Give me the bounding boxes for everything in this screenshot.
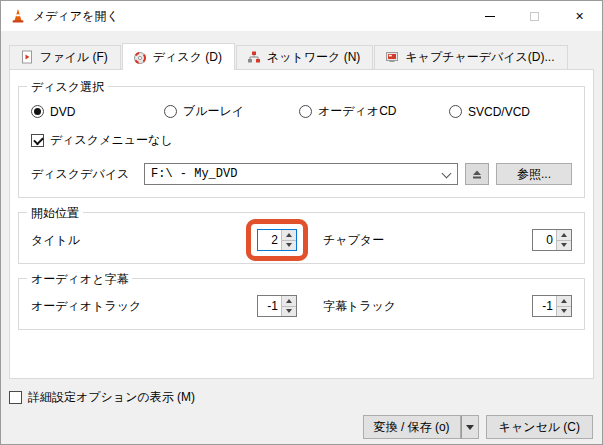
audio-subtitle-legend: オーディオと字幕 [27,271,132,288]
window-title: メディアを開く [33,8,119,25]
disc-device-value: F:\ - My_DVD [151,167,237,181]
subtitle-track-label: 字幕トラック [323,298,532,315]
tab-file-label: ファイル (F) [40,49,108,66]
audio-track-label: オーディオトラック [31,298,257,315]
radio-audio-cd-indicator [299,105,312,118]
titlebar: メディアを開く × [1,1,602,31]
maximize-button [512,1,557,31]
spin-down-button[interactable] [557,240,571,251]
tab-disc[interactable]: ディスク (D) [122,43,235,70]
radio-audio-cd-label: オーディオCD [318,103,396,120]
no-disc-menu-label: ディスクメニューなし [50,132,173,149]
audio-track-spinbox[interactable]: -1 [257,295,297,317]
radio-dvd[interactable]: DVD [31,105,164,119]
title-label: タイトル [31,232,257,249]
triangle-down-icon [286,309,292,313]
tab-network-label: ネットワーク (N) [267,49,360,66]
title-spinbox[interactable]: 2 [257,229,297,251]
browse-button[interactable]: 参照... [496,163,572,185]
disc-selection-legend: ディスク選択 [27,79,108,96]
title-spinbox-value: 2 [258,230,281,250]
disc-tab-page: ディスク選択 DVD ブルーレイ オーディオCD SVCD/VCD [9,69,594,379]
spin-down-button[interactable] [282,306,296,317]
convert-save-button[interactable]: 変換 / 保存 (o) [363,415,461,439]
close-button[interactable]: × [557,1,602,31]
audio-spin-buttons [281,296,296,316]
tab-network[interactable]: ネットワーク (N) [236,45,373,69]
tab-capture-device[interactable]: キャプチャーデバイス(D)... [374,45,567,69]
audio-subtitle-row: オーディオトラック -1 字幕トラック -1 [31,295,572,317]
cancel-button[interactable]: キャンセル (C) [486,415,593,439]
convert-save-dropdown-button[interactable] [461,415,479,439]
eject-icon [471,168,483,180]
triangle-up-icon [561,299,567,303]
vlc-cone-icon [10,8,26,24]
subtitle-spin-buttons [556,296,571,316]
advanced-options-label: 詳細設定オプションの表示 (M) [28,389,195,406]
open-media-dialog: メディアを開く × ファイル (F) [0,0,603,445]
radio-svcd-vcd[interactable]: SVCD/VCD [449,105,530,119]
subtitle-track-spinbox[interactable]: -1 [532,295,572,317]
audio-subtitle-group: オーディオと字幕 オーディオトラック -1 字幕トラック -1 [18,278,585,330]
minimize-icon [485,16,495,17]
disc-device-row: ディスクデバイス F:\ - My_DVD 参照... [31,163,572,185]
chapter-label: チャプター [323,232,532,249]
disc-type-radio-row: DVD ブルーレイ オーディオCD SVCD/VCD [31,103,572,120]
window-controls: × [467,1,602,31]
dropdown-triangle-icon [466,425,474,430]
disc-selection-group: ディスク選択 DVD ブルーレイ オーディオCD SVCD/VCD [18,86,585,198]
maximize-icon [530,12,539,21]
convert-save-split-button: 変換 / 保存 (o) [363,415,479,439]
start-position-row: タイトル 2 チャプター 0 [31,229,572,251]
radio-bluray[interactable]: ブルーレイ [164,103,299,120]
radio-svcd-vcd-label: SVCD/VCD [468,105,530,119]
radio-dvd-label: DVD [50,105,75,119]
chapter-spinbox[interactable]: 0 [532,229,572,251]
triangle-down-icon [561,243,567,247]
spin-down-button[interactable] [282,240,296,251]
spin-up-button[interactable] [557,230,571,240]
spin-up-button[interactable] [282,296,296,306]
audio-track-value: -1 [258,296,281,316]
radio-svcd-vcd-indicator [449,105,462,118]
spin-down-button[interactable] [557,306,571,317]
radio-dvd-indicator [31,105,44,118]
radio-bluray-label: ブルーレイ [183,103,244,120]
tab-disc-label: ディスク (D) [153,49,222,66]
minimize-button[interactable] [467,1,512,31]
dialog-button-row: 変換 / 保存 (o) キャンセル (C) [1,406,602,439]
checkbox-no-disc-menu-indicator [31,134,44,147]
advanced-options-checkbox-indicator [9,391,22,404]
start-position-legend: 開始位置 [27,205,83,222]
tab-file[interactable]: ファイル (F) [9,45,121,69]
triangle-down-icon [561,309,567,313]
checkbox-show-advanced-options[interactable]: 詳細設定オプションの表示 (M) [1,379,602,406]
checkbox-no-disc-menu[interactable]: ディスクメニューなし [31,132,572,149]
spin-up-button[interactable] [557,296,571,306]
disc-icon [133,51,147,65]
network-icon [247,50,261,64]
file-media-icon [20,50,34,64]
capture-device-icon [385,50,399,64]
disc-device-label: ディスクデバイス [31,166,137,183]
tab-bar: ファイル (F) ディスク (D) ネットワーク (N [1,31,602,69]
subtitle-track-value: -1 [533,296,556,316]
eject-button[interactable] [465,163,489,185]
triangle-down-icon [286,243,292,247]
triangle-up-icon [561,233,567,237]
radio-audio-cd[interactable]: オーディオCD [299,103,449,120]
triangle-up-icon [286,299,292,303]
title-spinbox-wrap: 2 [257,229,297,251]
tab-capture-label: キャプチャーデバイス(D)... [405,49,554,66]
spin-up-button[interactable] [282,230,296,240]
triangle-up-icon [286,233,292,237]
chapter-spinbox-value: 0 [533,230,556,250]
start-position-group: 開始位置 タイトル 2 チャプター 0 [18,212,585,264]
chevron-down-icon[interactable] [443,170,451,178]
radio-bluray-indicator [164,105,177,118]
title-spin-buttons [281,230,296,250]
disc-device-combobox[interactable]: F:\ - My_DVD [144,163,458,185]
chapter-spin-buttons [556,230,571,250]
